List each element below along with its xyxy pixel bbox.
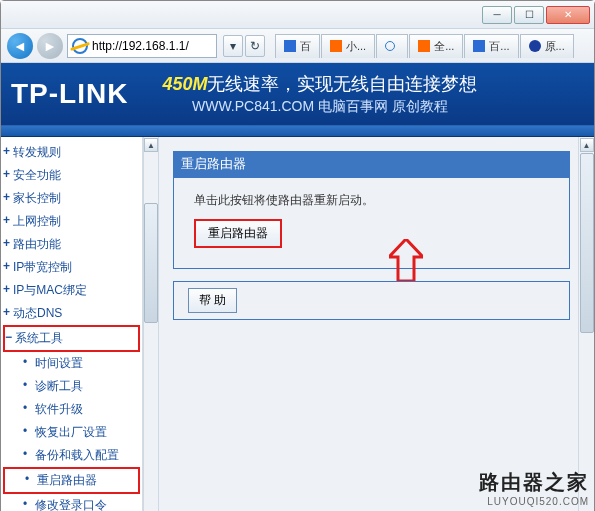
sidebar-item-time[interactable]: 时间设置	[3, 352, 140, 375]
sidebar-item-reboot[interactable]: 重启路由器	[3, 467, 140, 494]
sidebar-item-diagnostic[interactable]: 诊断工具	[3, 375, 140, 398]
address-bar[interactable]: http://192.168.1.1/	[67, 34, 217, 58]
forward-button[interactable]: ►	[37, 33, 63, 59]
reboot-button[interactable]: 重启路由器	[194, 219, 282, 248]
ie-icon	[72, 38, 88, 54]
refresh-button[interactable]: ↻	[245, 35, 265, 57]
back-button[interactable]: ◄	[7, 33, 33, 59]
tab-4[interactable]: 百...	[464, 34, 518, 58]
sidebar-item-ddns[interactable]: 动态DNS	[3, 302, 140, 325]
sidebar-item-ipmac[interactable]: IP与MAC绑定	[3, 279, 140, 302]
watermark: 路由器之家 LUYOUQI520.COM	[479, 469, 589, 507]
logo: TP-LINK	[11, 78, 128, 110]
tab-strip: 百 小... 全... 百... 原...	[275, 34, 588, 58]
sidebar-item-routing[interactable]: 路由功能	[3, 233, 140, 256]
dropdown-button[interactable]: ▾	[223, 35, 243, 57]
banner: TP-LINK 450M无线速率，实现无线自由连接梦想 WWW.PC841.CO…	[1, 63, 594, 125]
sidebar-item-access[interactable]: 上网控制	[3, 210, 140, 233]
sidebar-item-upgrade[interactable]: 软件升级	[3, 398, 140, 421]
favicon-baidu	[473, 40, 485, 52]
tab-1[interactable]: 小...	[321, 34, 375, 58]
banner-divider	[1, 125, 594, 137]
maximize-button[interactable]: ☐	[514, 6, 544, 24]
help-row: 帮 助	[173, 281, 570, 320]
sidebar-item-password[interactable]: 修改登录口令	[3, 494, 140, 511]
sidebar: 转发规则 安全功能 家长控制 上网控制 路由功能 IP带宽控制 IP与MAC绑定…	[1, 137, 143, 511]
panel-title: 重启路由器	[173, 151, 570, 177]
sidebar-item-factory[interactable]: 恢复出厂设置	[3, 421, 140, 444]
annotation-arrow-icon	[389, 239, 423, 281]
tab-5[interactable]: 原...	[520, 34, 574, 58]
panel-body: 单击此按钮将使路由器重新启动。 重启路由器	[173, 177, 570, 269]
scroll-up-icon[interactable]: ▲	[580, 138, 594, 152]
url-text: http://192.168.1.1/	[92, 39, 189, 53]
close-button[interactable]: ✕	[546, 6, 590, 24]
sidebar-scrollbar[interactable]: ▲ ▼	[143, 137, 159, 511]
main-content: 重启路由器 单击此按钮将使路由器重新启动。 重启路由器 帮 助	[159, 137, 578, 511]
sidebar-item-backup[interactable]: 备份和载入配置	[3, 444, 140, 467]
sidebar-scroll-thumb[interactable]	[144, 203, 158, 323]
tab-0[interactable]: 百	[275, 34, 320, 58]
favicon-mi	[418, 40, 430, 52]
favicon-mi	[330, 40, 342, 52]
main-scroll-thumb[interactable]	[580, 153, 594, 333]
favicon-info	[529, 40, 541, 52]
sidebar-item-bandwidth[interactable]: IP带宽控制	[3, 256, 140, 279]
banner-headline: 450M无线速率，实现无线自由连接梦想	[162, 72, 477, 96]
reboot-hint: 单击此按钮将使路由器重新启动。	[194, 192, 549, 209]
tab-2[interactable]	[376, 34, 408, 58]
tab-3[interactable]: 全...	[409, 34, 463, 58]
sidebar-item-systools[interactable]: 系统工具	[3, 325, 140, 352]
scroll-up-icon[interactable]: ▲	[144, 138, 158, 152]
favicon-baidu	[284, 40, 296, 52]
help-button[interactable]: 帮 助	[188, 288, 237, 313]
minimize-button[interactable]: ─	[482, 6, 512, 24]
browser-toolbar: ◄ ► http://192.168.1.1/ ▾ ↻ 百 小... 全... …	[1, 29, 594, 63]
main-scrollbar[interactable]: ▲ ▼	[578, 137, 594, 511]
window-titlebar: ─ ☐ ✕	[1, 1, 594, 29]
favicon-ie	[385, 41, 395, 51]
sidebar-item-forwarding[interactable]: 转发规则	[3, 141, 140, 164]
banner-subline: WWW.PC841.COM 电脑百事网 原创教程	[162, 98, 477, 116]
sidebar-item-parental[interactable]: 家长控制	[3, 187, 140, 210]
sidebar-item-security[interactable]: 安全功能	[3, 164, 140, 187]
